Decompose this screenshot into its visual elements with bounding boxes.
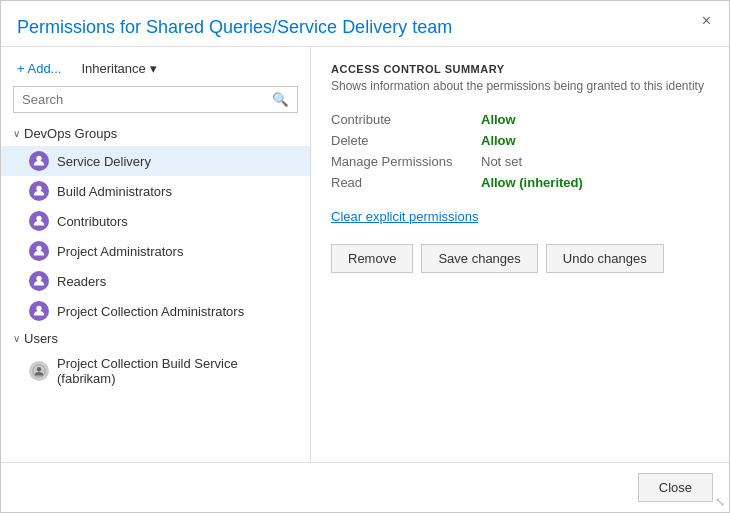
close-x-button[interactable]: × [696,11,717,31]
svg-point-5 [36,306,41,311]
svg-point-0 [36,156,41,161]
left-panel: + Add... Inheritance ▾ 🔍 ∨ DevOps Groups [1,47,311,462]
project-administrators-label: Project Administrators [57,244,183,259]
action-buttons: Remove Save changes Undo changes [331,244,709,273]
perm-value-contribute: Allow [481,112,516,127]
resize-handle[interactable]: ⤡ [715,496,725,508]
list-item-service-delivery[interactable]: Service Delivery [1,146,310,176]
group-list: ∨ DevOps Groups Service Delivery Build A… [1,121,310,454]
svg-point-3 [36,246,41,251]
save-changes-button[interactable]: Save changes [421,244,537,273]
avatar-service-delivery [29,151,49,171]
toolbar: + Add... Inheritance ▾ [1,55,310,86]
svg-point-2 [36,216,41,221]
avatar-contributors [29,211,49,231]
project-collection-administrators-label: Project Collection Administrators [57,304,244,319]
clear-explicit-permissions-link[interactable]: Clear explicit permissions [331,209,478,224]
inheritance-button[interactable]: Inheritance ▾ [77,59,160,78]
dialog-header: Permissions for Shared Queries/Service D… [1,1,729,47]
search-box: 🔍 [13,86,298,113]
list-item-build-service[interactable]: Project Collection Build Service (fabrik… [1,351,310,391]
add-button[interactable]: + Add... [13,59,65,78]
readers-label: Readers [57,274,106,289]
perm-label-contribute: Contribute [331,112,481,127]
perm-label-read: Read [331,175,481,190]
dialog-footer: Close [1,462,729,512]
perm-row-delete: Delete Allow [331,130,709,151]
avatar-readers [29,271,49,291]
chevron-down-users-icon: ∨ [13,333,20,344]
list-item-contributors[interactable]: Contributors [1,206,310,236]
avatar-build-administrators [29,181,49,201]
service-delivery-label: Service Delivery [57,154,151,169]
permissions-dialog: Permissions for Shared Queries/Service D… [0,0,730,513]
perm-row-read: Read Allow (inherited) [331,172,709,193]
add-label: + Add... [17,61,61,76]
chevron-down-icon: ∨ [13,128,20,139]
perm-value-manage: Not set [481,154,522,169]
perm-value-delete: Allow [481,133,516,148]
users-label: Users [24,331,58,346]
perm-label-manage: Manage Permissions [331,154,481,169]
list-item-project-collection-administrators[interactable]: Project Collection Administrators [1,296,310,326]
search-input[interactable] [14,87,264,112]
permissions-table: Contribute Allow Delete Allow Manage Per… [331,109,709,193]
dialog-body: + Add... Inheritance ▾ 🔍 ∨ DevOps Groups [1,47,729,462]
inheritance-arrow-icon: ▾ [150,61,157,76]
remove-button[interactable]: Remove [331,244,413,273]
list-item-readers[interactable]: Readers [1,266,310,296]
close-footer-button[interactable]: Close [638,473,713,502]
build-administrators-label: Build Administrators [57,184,172,199]
dialog-title: Permissions for Shared Queries/Service D… [17,17,689,38]
perm-label-delete: Delete [331,133,481,148]
search-button[interactable]: 🔍 [264,88,297,111]
svg-point-4 [36,276,41,281]
build-service-label: Project Collection Build Service (fabrik… [57,356,298,386]
devops-groups-label: DevOps Groups [24,126,117,141]
list-item-project-administrators[interactable]: Project Administrators [1,236,310,266]
users-header[interactable]: ∨ Users [1,326,310,351]
avatar-project-administrators [29,241,49,261]
contributors-label: Contributors [57,214,128,229]
avatar-build-service [29,361,49,381]
right-panel: ACCESS CONTROL SUMMARY Shows information… [311,47,729,462]
search-icon: 🔍 [272,92,289,107]
svg-point-7 [37,367,41,371]
perm-value-read: Allow (inherited) [481,175,583,190]
list-item-build-administrators[interactable]: Build Administrators [1,176,310,206]
svg-point-1 [36,186,41,191]
inheritance-label: Inheritance [81,61,145,76]
perm-row-contribute: Contribute Allow [331,109,709,130]
acs-title: ACCESS CONTROL SUMMARY [331,63,709,75]
devops-groups-header[interactable]: ∨ DevOps Groups [1,121,310,146]
acs-subtitle: Shows information about the permissions … [331,79,709,93]
avatar-project-collection-administrators [29,301,49,321]
undo-changes-button[interactable]: Undo changes [546,244,664,273]
perm-row-manage: Manage Permissions Not set [331,151,709,172]
